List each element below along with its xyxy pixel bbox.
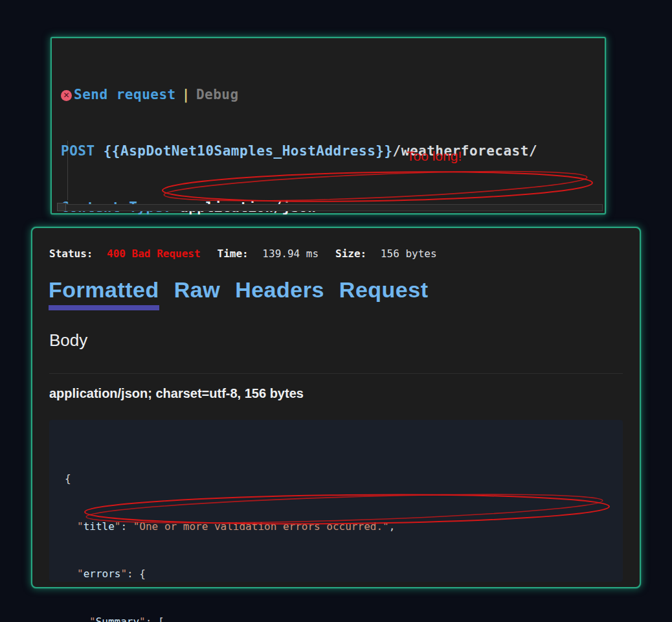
request-line: POST {{AspDotNet10Samples_HostAddress}}/… [61,142,602,161]
json-punct: : [ [146,616,164,622]
json-punct: : { [127,568,146,580]
json-quote: " [77,568,84,580]
json-punct: , [389,520,396,533]
too-long-annotation: Too long! [407,148,462,164]
json-key: Summary [96,616,139,622]
tab-formatted[interactable]: Formatted [49,277,159,303]
json-quote: " [139,616,146,622]
response-tabs: Formatted Raw Headers Request [49,277,429,303]
json-key: errors [84,568,121,580]
tab-raw[interactable]: Raw [174,277,220,303]
horizontal-scrollbar[interactable] [57,204,603,211]
json-line: "Summary": [ [89,614,623,622]
scrollbar-corner [57,203,66,211]
json-quote: " [77,520,84,533]
response-panel: Status: 400 Bad RequestTime: 139.94 msSi… [31,227,641,588]
tab-request[interactable]: Request [339,277,429,303]
response-body-json: { "title": "One or more validation error… [49,420,623,582]
time-label: Time: [218,248,255,260]
json-quote: " [120,568,127,580]
json-quote: " [89,616,96,622]
json-line: "errors": { [77,566,623,582]
json-line: "title": "One or more validation errors … [77,519,623,535]
json-punct: { [65,472,71,485]
error-circle-icon[interactable]: ✕ [61,90,72,101]
host-variable: {{AspDotNet10Samples_HostAddress}} [104,143,393,159]
tab-headers[interactable]: Headers [235,277,324,303]
codelens-separator: | [182,87,190,102]
http-method: POST [61,143,104,159]
time-value: 139.94 ms [262,248,319,260]
size-label: Size: [335,248,373,260]
json-quote: " [115,520,121,533]
section-divider [49,373,623,374]
body-section-heading: Body [49,330,87,351]
send-request-link[interactable]: Send request [74,87,176,102]
json-key: title [84,520,115,533]
content-type-line: application/json; charset=utf-8, 156 byt… [49,386,304,401]
json-punct: : [120,520,133,533]
json-line: { [65,471,623,487]
status-value: 400 Bad Request [107,248,201,260]
status-bar: Status: 400 Bad RequestTime: 139.94 msSi… [49,248,437,260]
size-value: 156 bytes [381,248,437,260]
codelens-line: ✕Send request|Debug [61,86,602,104]
json-string: "One or more validation errors occurred.… [133,520,389,533]
debug-link[interactable]: Debug [196,87,239,102]
status-label: Status: [49,248,99,260]
request-editor-panel: ✕Send request|Debug POST {{AspDotNet10Sa… [50,37,606,214]
